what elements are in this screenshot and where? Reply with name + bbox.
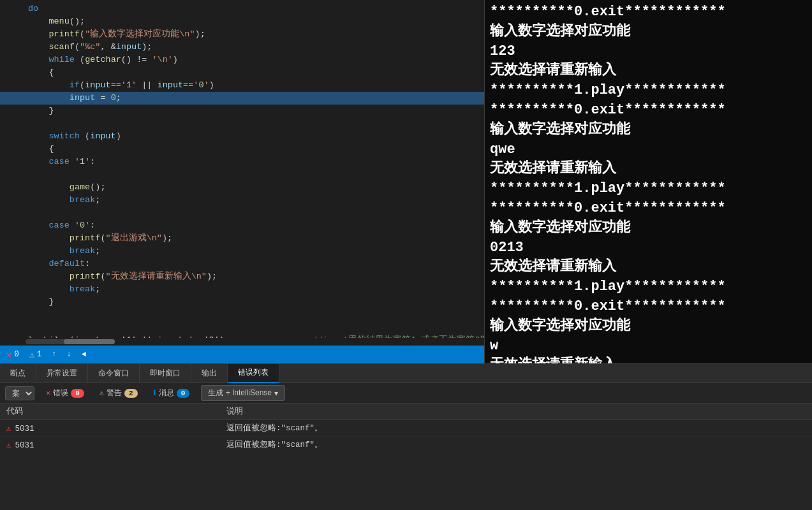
error-desc: 返回值被忽略:"scanf"。 bbox=[220, 420, 812, 437]
code-line: case '0': bbox=[0, 219, 484, 232]
line-content: } bbox=[26, 296, 484, 309]
generate-button[interactable]: 生成 + IntelliSense ▾ bbox=[201, 385, 285, 401]
bottom-tab-输出[interactable]: 输出 bbox=[191, 364, 228, 383]
line-content: switch (input) bbox=[26, 130, 484, 143]
error-filter[interactable]: ✕ 错误 0 bbox=[42, 386, 88, 400]
info-filter-label: 消息 bbox=[159, 388, 174, 398]
code-line: printf("无效选择请重新输入\n"); bbox=[0, 270, 484, 283]
nav-down[interactable]: ↓ bbox=[66, 350, 71, 359]
code-line: printf("输入数字选择对应功能\n"); bbox=[0, 28, 484, 41]
bottom-tab-断点[interactable]: 断点 bbox=[0, 364, 36, 383]
line-content: printf("无效选择请重新输入\n"); bbox=[26, 270, 484, 283]
console-line: 输入数字选择对应功能 bbox=[490, 219, 807, 238]
console-line: **********0.exit************ bbox=[490, 3, 807, 22]
bottom-tab-错误列表[interactable]: 错误列表 bbox=[228, 364, 279, 383]
error-icon: ✕ bbox=[6, 349, 11, 360]
console-line: 输入数字选择对应功能 bbox=[490, 22, 807, 42]
code-line bbox=[0, 117, 484, 130]
console-line: 123 bbox=[490, 42, 807, 62]
left-arrow-icon: ◄ bbox=[82, 350, 86, 359]
code-line: game(); bbox=[0, 181, 484, 194]
line-content: break; bbox=[26, 283, 484, 296]
code-line: break; bbox=[0, 283, 484, 296]
table-row[interactable]: ⚠5031返回值被忽略:"scanf"。 bbox=[0, 437, 812, 453]
code-editor: do menu(); printf("输入数字选择对应功能\n"); scanf… bbox=[0, 0, 485, 363]
scrollbar-thumb bbox=[64, 339, 115, 344]
code-line bbox=[0, 207, 484, 219]
console-line: **********0.exit************ bbox=[490, 297, 807, 317]
warning-count: 1 bbox=[37, 350, 41, 359]
bottom-tab-异常设置[interactable]: 异常设置 bbox=[36, 364, 88, 383]
table-row[interactable]: ⚠5031返回值被忽略:"scanf"。 bbox=[0, 420, 812, 437]
warning-icon: ⚠ bbox=[29, 349, 34, 360]
line-content: { bbox=[26, 143, 484, 156]
code-line bbox=[0, 168, 484, 181]
col-code: 代码 bbox=[0, 404, 220, 420]
filter-select[interactable]: 案 bbox=[5, 386, 34, 400]
line-content: game(); bbox=[26, 181, 484, 194]
console-line: qwe bbox=[490, 140, 807, 160]
console-line: **********1.play************ bbox=[490, 277, 807, 297]
code-line bbox=[0, 309, 484, 321]
warning-filter-label: 警告 bbox=[107, 388, 122, 398]
code-line: input = 0; bbox=[0, 92, 484, 105]
console-line: **********0.exit************ bbox=[490, 199, 807, 219]
error-filter-count: 0 bbox=[71, 389, 84, 398]
line-content: case '1': bbox=[26, 156, 484, 168]
error-table: 代码 说明 ⚠5031返回值被忽略:"scanf"。⚠5031返回值被忽略:"s… bbox=[0, 404, 812, 510]
editor-statusbar: ✕ 0 ⚠ 1 ↑ ↓ ◄ bbox=[0, 346, 484, 363]
error-desc: 返回值被忽略:"scanf"。 bbox=[220, 437, 812, 453]
scrollbar-row bbox=[0, 338, 484, 346]
console-line: 0213 bbox=[490, 238, 807, 258]
nav-left[interactable]: ◄ bbox=[82, 350, 86, 359]
code-line: do bbox=[0, 3, 484, 15]
error-code: ⚠5031 bbox=[0, 420, 220, 437]
console-line: 无效选择请重新输入 bbox=[490, 258, 807, 277]
code-line: } bbox=[0, 296, 484, 309]
console-line: w bbox=[490, 337, 807, 356]
code-line: if(input=='1' || input=='0') bbox=[0, 79, 484, 92]
console-line: 输入数字选择对应功能 bbox=[490, 317, 807, 337]
code-line: break; bbox=[0, 245, 484, 258]
code-line: scanf("%c", &input); bbox=[0, 41, 484, 54]
warning-filter[interactable]: ⚠ 警告 2 bbox=[96, 386, 142, 400]
console-panel: **********0.exit************输入数字选择对应功能12… bbox=[485, 0, 812, 363]
error-status[interactable]: ✕ 0 bbox=[6, 349, 19, 360]
info-filter-icon: ℹ bbox=[153, 388, 156, 398]
code-line: { bbox=[0, 143, 484, 156]
info-filter[interactable]: ℹ 消息 0 bbox=[149, 386, 194, 400]
line-content: if(input=='1' || input=='0') bbox=[26, 79, 484, 92]
bottom-tab-命令窗口[interactable]: 命令窗口 bbox=[88, 364, 140, 383]
down-arrow-icon: ↓ bbox=[66, 350, 71, 359]
warning-status[interactable]: ⚠ 1 bbox=[29, 349, 42, 360]
h-scrollbar[interactable] bbox=[26, 339, 115, 344]
code-content[interactable]: do menu(); printf("输入数字选择对应功能\n"); scanf… bbox=[0, 0, 484, 338]
line-content: printf("退出游戏\n"); bbox=[26, 232, 484, 245]
line-content: break; bbox=[26, 245, 484, 258]
nav-up[interactable]: ↑ bbox=[52, 350, 56, 359]
error-code: ⚠5031 bbox=[0, 437, 220, 453]
code-line: switch (input) bbox=[0, 130, 484, 143]
code-line: printf("退出游戏\n"); bbox=[0, 232, 484, 245]
console-line: 无效选择请重新输入 bbox=[490, 356, 807, 363]
bottom-tab-即时窗口[interactable]: 即时窗口 bbox=[140, 364, 191, 383]
console-line: **********0.exit************ bbox=[490, 101, 807, 120]
info-filter-count: 0 bbox=[177, 389, 190, 398]
bottom-panel: 断点异常设置命令窗口即时窗口输出错误列表 案 ✕ 错误 0 ⚠ 警告 2 ℹ 消… bbox=[0, 363, 812, 510]
line-content: } bbox=[26, 105, 484, 117]
warning-filter-count: 2 bbox=[124, 389, 138, 398]
console-line: 输入数字选择对应功能 bbox=[490, 120, 807, 140]
code-line: default: bbox=[0, 258, 484, 270]
line-content: { bbox=[26, 66, 484, 79]
console-line: **********1.play************ bbox=[490, 179, 807, 199]
code-line: while (getchar() != '\n') bbox=[0, 54, 484, 66]
console-line: **********1.play************ bbox=[490, 81, 807, 101]
line-content: scanf("%c", &input); bbox=[26, 41, 484, 54]
line-content: input = 0; bbox=[26, 92, 484, 105]
code-line: { bbox=[0, 66, 484, 79]
code-line: } bbox=[0, 105, 484, 117]
code-line bbox=[0, 321, 484, 334]
main-area: do menu(); printf("输入数字选择对应功能\n"); scanf… bbox=[0, 0, 812, 363]
line-content: do bbox=[26, 3, 484, 15]
error-count: 0 bbox=[14, 350, 18, 359]
